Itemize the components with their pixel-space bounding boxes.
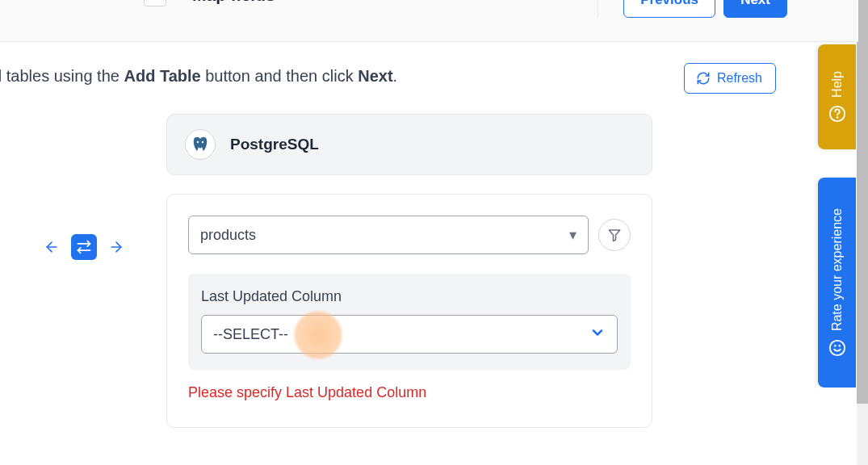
refresh-icon (696, 71, 711, 86)
arrow-left-icon (44, 239, 60, 255)
instruction-text: ional tables using the Add Table button … (0, 67, 397, 86)
rate-experience-side-tab[interactable]: Rate your experience (818, 178, 856, 388)
wizard-topbar: 3 Map fields Previous Next (0, 0, 858, 42)
arrows-swap-icon (76, 239, 92, 255)
refresh-button[interactable]: Refresh (684, 63, 776, 94)
svg-marker-6 (609, 230, 620, 241)
table-select-row: products ▾ (188, 216, 631, 254)
postgresql-icon (185, 129, 216, 160)
direction-right-button[interactable] (103, 234, 129, 260)
next-button-label: Next (740, 0, 770, 8)
next-button[interactable]: Next (723, 0, 787, 18)
svg-point-1 (202, 141, 203, 143)
instruction-suffix: . (393, 67, 398, 85)
direction-both-button[interactable] (71, 234, 97, 260)
caret-down-icon: ▾ (569, 226, 577, 244)
instruction-bold-add-table: Add Table (124, 67, 200, 85)
source-header-card: PostgreSQL (166, 114, 652, 175)
filter-button[interactable] (598, 219, 631, 251)
wizard-step-number: 3 (144, 0, 166, 6)
scrollbar-thumb[interactable] (857, 0, 868, 404)
last-updated-column-section: Last Updated Column --SELECT-- (188, 274, 631, 370)
help-side-tab[interactable]: Help (818, 44, 856, 149)
table-dropdown-value: products (200, 227, 256, 244)
last-updated-column-label: Last Updated Column (201, 288, 618, 305)
last-updated-column-value: --SELECT-- (213, 326, 288, 343)
chevron-down-icon (589, 325, 606, 345)
table-config-card: products ▾ Last Updated Column --SELECT-… (166, 194, 652, 428)
svg-point-0 (197, 141, 199, 143)
help-circle-icon (828, 105, 846, 123)
source-name: PostgreSQL (230, 136, 319, 153)
previous-button[interactable]: Previous (623, 0, 715, 18)
table-dropdown[interactable]: products ▾ (188, 216, 589, 254)
validation-error: Please specify Last Updated Column (188, 384, 631, 401)
previous-button-label: Previous (640, 0, 698, 8)
sync-direction-controls (39, 234, 129, 260)
svg-point-10 (834, 346, 835, 346)
smile-icon (828, 339, 846, 357)
help-tab-label: Help (830, 71, 845, 98)
refresh-label: Refresh (717, 71, 762, 86)
divider (598, 0, 598, 18)
direction-left-button[interactable] (39, 234, 65, 260)
rate-tab-label: Rate your experience (830, 208, 845, 331)
arrow-right-icon (108, 239, 124, 255)
highlight-marker (292, 309, 344, 361)
svg-point-8 (837, 118, 837, 119)
wizard-step-title: Map fields (192, 0, 275, 5)
filter-icon (607, 228, 622, 242)
svg-point-9 (829, 341, 844, 355)
last-updated-column-dropdown[interactable]: --SELECT-- (201, 315, 618, 354)
instruction-prefix: ional tables using the (0, 67, 124, 85)
instruction-middle: button and then click (201, 67, 359, 85)
svg-point-11 (839, 346, 840, 346)
instruction-bold-next: Next (358, 67, 392, 85)
